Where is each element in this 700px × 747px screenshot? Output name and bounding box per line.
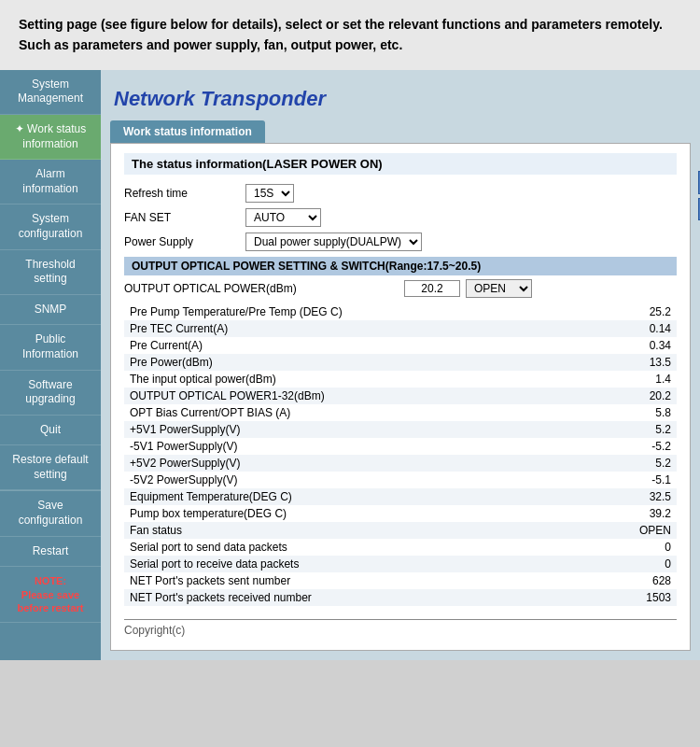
row-value: 39.2 (588, 505, 677, 522)
row-value: 25.2 (588, 303, 677, 320)
sidebar: System Management ✦ Work status informat… (0, 70, 101, 660)
page-title: Network Transponder (110, 79, 691, 120)
table-row: Serial port to send data packets0 (124, 539, 677, 556)
sidebar-item-system-config[interactable]: System configuration (0, 204, 101, 249)
row-label: Fan status (124, 522, 588, 539)
tab-bar: Work status information (110, 120, 691, 143)
sidebar-item-software-upgrade[interactable]: Software upgrading (0, 371, 101, 416)
row-value: 13.5 (588, 354, 677, 371)
row-value: 628 (588, 572, 677, 589)
row-label: -5V2 PowerSupply(V) (124, 472, 588, 488)
top-line1: Setting page (see figure below for detai… (19, 14, 681, 35)
row-value: -5.2 (588, 438, 677, 455)
row-label: -5V1 PowerSupply(V) (124, 438, 588, 455)
table-row: -5V2 PowerSupply(V)-5.1 (124, 472, 677, 488)
refresh-time-label: Refresh time (124, 187, 245, 200)
table-row: Pre Pump Temperature/Pre Temp (DEG C)25.… (124, 303, 677, 320)
output-power-value: 20.2 (404, 280, 460, 297)
content-area: Network Transponder Work status informat… (101, 70, 700, 660)
sidebar-item-save-config[interactable]: Save configuration (0, 491, 101, 536)
table-row: Equipment Temperature(DEG C)32.5 (124, 488, 677, 505)
row-value: 1503 (588, 589, 677, 606)
table-row: +5V1 PowerSupply(V)5.2 (124, 421, 677, 438)
output-power-label: OUTPUT OPTICAL POWER(dBm) (124, 282, 404, 295)
sidebar-item-restart[interactable]: Restart (0, 537, 101, 568)
row-label: OPT Bias Current/OPT BIAS (A) (124, 404, 588, 421)
row-label: Pre Current(A) (124, 337, 588, 354)
table-row: Fan statusOPEN (124, 522, 677, 539)
row-label: +5V2 PowerSupply(V) (124, 455, 588, 472)
table-row: The input optical power(dBm)1.4 (124, 371, 677, 388)
power-supply-select[interactable]: Dual power supply(DUALPW) Single power s… (245, 233, 422, 251)
row-label: OUTPUT OPTICAL POWER1-32(dBm) (124, 388, 588, 404)
row-label: Pre Pump Temperature/Pre Temp (DEG C) (124, 303, 588, 320)
row-value: 5.2 (588, 455, 677, 472)
table-row: +5V2 PowerSupply(V)5.2 (124, 455, 677, 472)
output-header: OUTPUT OPTICAL POWER SETTING & SWITCH(Ra… (124, 257, 677, 275)
fan-set-label: FAN SET (124, 211, 245, 224)
table-row: OUTPUT OPTICAL POWER1-32(dBm)20.2 (124, 388, 677, 404)
row-value: 5.8 (588, 404, 677, 421)
row-label: +5V1 PowerSupply(V) (124, 421, 588, 438)
row-value: 0 (588, 539, 677, 556)
sidebar-item-system-management[interactable]: System Management (0, 70, 101, 115)
table-row: NET Port's packets received number1503 (124, 589, 677, 606)
sidebar-item-work-status[interactable]: ✦ Work status information (0, 115, 101, 160)
panel-wrapper: The status information(LASER POWER ON) R… (110, 143, 691, 651)
refresh-time-select[interactable]: 15S 30S 60S (245, 184, 294, 203)
table-row: OPT Bias Current/OPT BIAS (A)5.8 (124, 404, 677, 421)
table-row: Pre TEC Current(A)0.14 (124, 320, 677, 337)
main-panel: The status information(LASER POWER ON) R… (110, 143, 691, 651)
table-row: Pump box temperature(DEG C)39.2 (124, 505, 677, 522)
table-row: Pre Power(dBm)13.5 (124, 354, 677, 371)
sidebar-note: NOTE:Please save before restart (0, 567, 101, 623)
sidebar-item-restore[interactable]: Restore default setting (0, 445, 101, 490)
power-supply-label: Power Supply (124, 235, 245, 248)
table-row: Pre Current(A)0.34 (124, 337, 677, 354)
refresh-time-row: Refresh time 15S 30S 60S (124, 184, 677, 203)
row-value: OPEN (588, 522, 677, 539)
fan-set-select[interactable]: AUTO MANUAL (245, 208, 321, 227)
power-supply-row: Power Supply Dual power supply(DUALPW) S… (124, 233, 677, 251)
top-line2: Such as parameters and power supply, fan… (19, 35, 681, 55)
output-power-row: OUTPUT OPTICAL POWER(dBm) 20.2 OPEN CLOS… (124, 279, 677, 298)
table-row: NET Port's packets sent number628 (124, 572, 677, 589)
output-switch-select[interactable]: OPEN CLOSE (466, 279, 532, 298)
row-value: 0 (588, 556, 677, 572)
row-value: 5.2 (588, 421, 677, 438)
tab-work-status[interactable]: Work status information (110, 120, 265, 143)
row-value: 0.34 (588, 337, 677, 354)
row-value: -5.1 (588, 472, 677, 488)
row-label: NET Port's packets received number (124, 589, 588, 606)
status-data-table: Pre Pump Temperature/Pre Temp (DEG C)25.… (124, 303, 677, 606)
row-label: Serial port to send data packets (124, 539, 588, 556)
row-value: 1.4 (588, 371, 677, 388)
row-label: Pump box temperature(DEG C) (124, 505, 588, 522)
copyright-text: Copyright(c) (124, 624, 185, 637)
fan-set-row: FAN SET AUTO MANUAL (124, 208, 677, 227)
row-value: 0.14 (588, 320, 677, 337)
copyright-area: Copyright(c) (124, 619, 677, 637)
row-label: Pre TEC Current(A) (124, 320, 588, 337)
row-label: Equipment Temperature(DEG C) (124, 488, 588, 505)
row-value: 32.5 (588, 488, 677, 505)
row-label: The input optical power(dBm) (124, 371, 588, 388)
table-row: -5V1 PowerSupply(V)-5.2 (124, 438, 677, 455)
table-row: Serial port to receive data packets0 (124, 556, 677, 572)
row-label: Serial port to receive data packets (124, 556, 588, 572)
sidebar-item-public-info[interactable]: Public Information (0, 325, 101, 370)
sidebar-item-snmp[interactable]: SNMP (0, 295, 101, 326)
sidebar-item-threshold[interactable]: Threshold setting (0, 250, 101, 295)
row-value: 20.2 (588, 388, 677, 404)
sidebar-item-alarm[interactable]: Alarm information (0, 160, 101, 204)
row-label: Pre Power(dBm) (124, 354, 588, 371)
panel-title: The status information(LASER POWER ON) (124, 153, 677, 175)
row-label: NET Port's packets sent number (124, 572, 588, 589)
sidebar-item-quit[interactable]: Quit (0, 416, 101, 446)
